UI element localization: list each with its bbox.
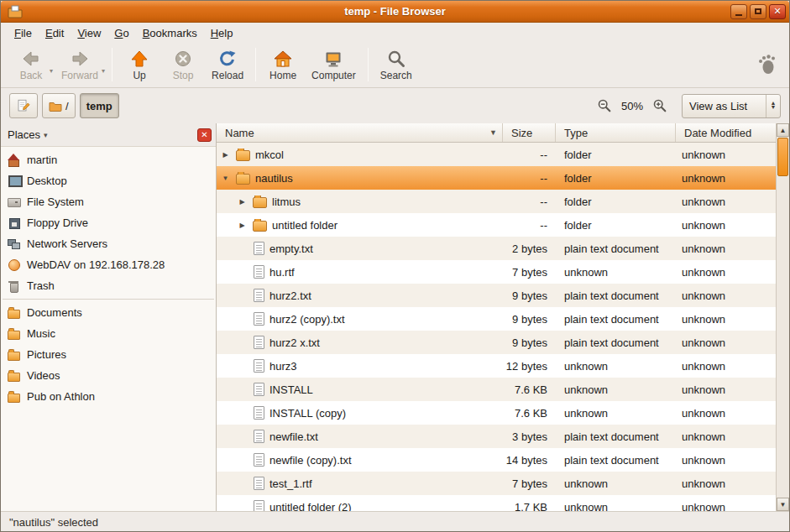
expander-icon[interactable]: ▼ (220, 175, 231, 182)
expander-icon[interactable]: ▶ (237, 198, 248, 206)
menu-view[interactable]: View (71, 24, 107, 42)
status-text: "nautilus" selected (9, 516, 98, 529)
stop-button[interactable]: Stop (161, 47, 205, 82)
toggle-location-entry-button[interactable] (9, 93, 38, 118)
date-cell: unknown (676, 383, 776, 396)
file-row-mkcol[interactable]: ▶ mkcol -- folder unknown (217, 143, 776, 166)
sidebar-item-pub-on-athlon[interactable]: Pub on Athlon (1, 386, 216, 407)
scrollbar-thumb[interactable] (777, 138, 788, 176)
search-button[interactable]: Search (374, 47, 419, 82)
sidebar-item-file-system[interactable]: File System (1, 191, 216, 212)
text-file-icon (254, 359, 264, 373)
menu-bookmarks[interactable]: Bookmarks (136, 24, 204, 42)
sidebar-item-martin[interactable]: martin (1, 149, 216, 170)
name-cell: hurz3 (217, 359, 503, 373)
zoom-level-label: 50% (621, 100, 643, 112)
file-row-install-copy-[interactable]: INSTALL (copy) 7.6 KB unknown unknown (217, 401, 776, 425)
home-button[interactable]: Home (261, 47, 305, 82)
maximize-button[interactable] (750, 4, 766, 19)
file-row-newfile-copy-txt[interactable]: newfile (copy).txt 14 bytes plain text d… (217, 448, 776, 472)
places-title[interactable]: Places (8, 128, 40, 141)
file-row-hurz2-txt[interactable]: hurz2.txt 9 bytes plain text document un… (217, 284, 776, 307)
size-cell: 7.6 KB (503, 383, 556, 396)
file-row-untitled-folder[interactable]: ▶ untitled folder -- folder unknown (217, 213, 776, 237)
edit-location-icon (16, 98, 31, 113)
size-cell: 7 bytes (503, 477, 556, 490)
sidebar-item-videos[interactable]: Videos (1, 365, 216, 386)
reload-button[interactable]: Reload (205, 47, 250, 82)
column-header-type[interactable]: Type (556, 123, 676, 142)
file-row-litmus[interactable]: ▶ litmus -- folder unknown (217, 190, 776, 213)
view-mode-steppers[interactable]: ▲ ▼ (766, 95, 780, 117)
file-name: hurz2 x.txt (269, 336, 320, 349)
folder-icon (8, 306, 20, 319)
file-name: hu.rtf (269, 266, 295, 279)
forward-button[interactable]: Forward (55, 47, 105, 82)
file-row-empty-txt[interactable]: empty.txt 2 bytes plain text document un… (217, 237, 776, 260)
expander-icon[interactable]: ▶ (237, 222, 248, 229)
menu-file[interactable]: File (8, 24, 39, 42)
file-row-hu-rtf[interactable]: hu.rtf 7 bytes unknown unknown (217, 260, 776, 284)
file-row-test-1-rtf[interactable]: test_1.rtf 7 bytes unknown unknown (217, 472, 776, 495)
file-name: nautilus (255, 172, 293, 185)
sidebar-item-documents[interactable]: Documents (1, 302, 216, 323)
sidebar-item-pictures[interactable]: Pictures (1, 344, 216, 365)
type-cell: unknown (556, 407, 676, 420)
sidebar-item-music[interactable]: Music (1, 323, 216, 344)
sidebar-item-trash[interactable]: Trash (1, 275, 216, 296)
text-file-icon (254, 477, 264, 490)
filesystem-icon (8, 196, 20, 208)
menu-help[interactable]: Help (204, 24, 240, 42)
sidebar-item-network-servers[interactable]: Network Servers (1, 233, 216, 254)
path-current-folder-button[interactable]: temp (80, 93, 119, 118)
back-dropdown-arrow[interactable]: ▾ (50, 67, 53, 75)
name-cell: INSTALL (217, 383, 503, 396)
places-dropdown-icon[interactable]: ▾ (44, 131, 48, 139)
file-name: mkcol (255, 149, 284, 161)
expander-icon[interactable]: ▶ (220, 151, 231, 159)
forward-dropdown-arrow[interactable]: ▾ (102, 67, 105, 75)
file-row-nautilus[interactable]: ▼ nautilus -- folder unknown (217, 166, 776, 190)
file-name: newfile (copy).txt (269, 454, 352, 467)
view-mode-select[interactable]: View as List ▲ ▼ (682, 94, 781, 118)
statusbar: "nautilus" selected (1, 511, 789, 532)
places-close-button[interactable]: ✕ (197, 128, 212, 142)
text-file-icon (254, 312, 264, 326)
menu-edit[interactable]: Edit (39, 24, 71, 42)
back-button[interactable]: Back (9, 47, 53, 82)
sidebar-item-desktop[interactable]: Desktop (1, 170, 216, 191)
computer-button[interactable]: Computer (305, 47, 363, 82)
column-header-name[interactable]: Name ▼ (217, 123, 503, 142)
path-root-button[interactable]: / (42, 93, 76, 118)
folder-icon (8, 390, 20, 403)
search-icon (386, 49, 406, 69)
folder-icon (8, 327, 20, 340)
file-row-newfile-txt[interactable]: newfile.txt 3 bytes plain text document … (217, 425, 776, 448)
size-cell: 2 bytes (503, 243, 556, 255)
close-button[interactable]: ✕ (769, 4, 786, 19)
up-button[interactable]: Up (118, 47, 161, 82)
text-file-icon (254, 453, 264, 467)
scroll-down-button[interactable]: ▼ (777, 498, 789, 511)
zoom-out-button[interactable] (594, 94, 615, 117)
name-cell: newfile (copy).txt (217, 453, 503, 467)
file-row-hurz2-x-txt[interactable]: hurz2 x.txt 9 bytes plain text document … (217, 331, 776, 354)
file-row-hurz2-copy-txt[interactable]: hurz2 (copy).txt 9 bytes plain text docu… (217, 307, 776, 331)
sidebar-item-webdav-on-192-168-178-28[interactable]: WebDAV on 192.168.178.28 (1, 254, 216, 275)
column-header-date-modified[interactable]: Date Modified (676, 123, 776, 142)
zoom-in-button[interactable] (649, 94, 671, 117)
minimize-button[interactable] (730, 4, 747, 19)
name-cell: ▶ litmus (217, 196, 503, 208)
file-row-install[interactable]: INSTALL 7.6 KB unknown unknown (217, 378, 776, 401)
file-row-hurz3[interactable]: hurz3 12 bytes unknown unknown (217, 354, 776, 378)
folder-icon (8, 369, 20, 382)
home-icon (8, 154, 20, 166)
titlebar[interactable]: temp - File Browser ✕ (1, 1, 789, 23)
column-header-size[interactable]: Size (503, 123, 556, 142)
sidebar-item-floppy-drive[interactable]: Floppy Drive (1, 212, 216, 233)
vertical-scrollbar[interactable]: ▲ ▼ (776, 123, 789, 511)
file-row-untitled-folder-2-[interactable]: untitled folder (2) 1.7 KB unknown unkno… (217, 495, 776, 511)
scroll-up-button[interactable]: ▲ (777, 123, 789, 137)
text-file-icon (254, 383, 264, 396)
menu-go[interactable]: Go (107, 24, 135, 42)
